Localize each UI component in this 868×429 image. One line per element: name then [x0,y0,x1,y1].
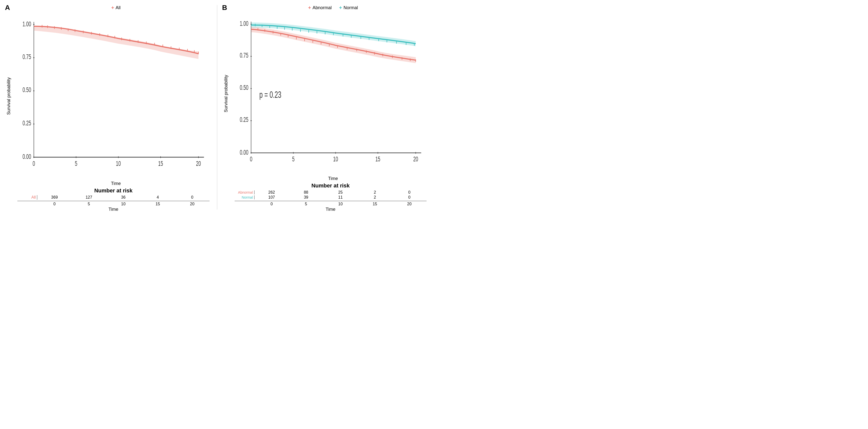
risk-x-cell-a-1: 5 [72,202,106,206]
svg-text:0.50: 0.50 [23,86,31,94]
panel-b-legend: + Abnormal + Normal [220,5,432,11]
risk-x-cell-b-0: 0 [254,202,289,206]
panel-b-y-axis-label: Survival probability [223,75,229,112]
panel-a-y-axis-label: Survival probability [6,77,11,115]
svg-text:5: 5 [292,155,294,163]
legend-item-normal: + Normal [339,5,358,11]
svg-text:15: 15 [158,160,163,167]
legend-cross-all: + [111,5,114,11]
panel-b-risk-table: Number at risk Abnormal 262 88 25 2 0 No… [235,182,427,212]
risk-x-cell-b-4: 20 [392,202,427,206]
risk-cell-ab-1: 88 [289,190,323,195]
risk-cell-ab-0: 262 [254,190,289,195]
risk-values-normal: 107 39 11 2 0 [254,195,427,200]
panel-b-svg: 0.00 0.25 0.50 0.75 1.00 0 [235,13,427,174]
panel-b: B + Abnormal + Normal Survival probabili… [217,0,434,214]
risk-row-abnormal: Abnormal 262 88 25 2 0 [235,190,427,195]
svg-text:0.00: 0.00 [23,153,31,160]
panel-b-risk-title: Number at risk [235,182,427,189]
panel-a-label: A [5,4,10,12]
svg-text:0.00: 0.00 [240,149,248,156]
risk-cell-ab-3: 2 [358,190,392,195]
panel-b-chart: 0.00 0.25 0.50 0.75 1.00 0 [235,13,427,174]
panel-b-x-axis-label: Time [235,176,432,181]
panel-b-label: B [222,4,227,12]
svg-text:5: 5 [75,160,78,167]
svg-text:0: 0 [250,155,252,163]
risk-x-labels-a: 0 5 10 15 20 [37,202,210,206]
risk-x-cell-a-2: 10 [106,202,141,206]
risk-label-all: All [18,195,37,200]
risk-x-cell-b-2: 10 [323,202,358,206]
legend-cross-abnormal: + [308,5,311,11]
legend-label-all: All [116,5,121,10]
risk-cell-n-4: 0 [392,195,427,200]
panel-a-risk-table: Number at risk All 369 127 36 4 0 0 5 10 [18,187,210,212]
svg-text:1.00: 1.00 [23,20,31,28]
risk-x-labels-b: 0 5 10 15 20 [254,202,427,206]
risk-cell-all-3: 4 [141,195,175,200]
risk-cell-n-2: 11 [323,195,358,200]
legend-item-all: + All [111,5,121,11]
legend-label-abnormal: Abnormal [313,5,332,10]
svg-text:0: 0 [33,160,35,167]
legend-label-normal: Normal [343,5,358,10]
panel-a-risk-title: Number at risk [18,187,210,194]
panel-a-chart: 0.00 0.25 0.50 0.75 1.00 0 [18,13,210,179]
risk-x-cell-a-4: 20 [175,202,210,206]
risk-values-all: 369 127 36 4 0 [37,195,210,200]
panel-a-risk-x-label: Time [18,207,210,212]
legend-cross-normal: + [339,5,342,11]
risk-row-normal: Normal 107 39 11 2 0 [235,195,427,200]
panel-b-risk-x-label: Time [235,207,427,212]
svg-text:10: 10 [116,160,121,167]
svg-text:20: 20 [196,160,201,167]
legend-item-abnormal: + Abnormal [308,5,332,11]
risk-cell-all-2: 36 [106,195,141,200]
svg-text:0.50: 0.50 [240,84,248,91]
risk-label-abnormal: Abnormal [235,190,254,194]
panel-a-x-axis-label: Time [18,181,215,186]
risk-cell-ab-4: 0 [392,190,427,195]
svg-text:0.75: 0.75 [240,51,248,59]
risk-row-all: All 369 127 36 4 0 [18,195,210,200]
risk-cell-all-1: 127 [72,195,106,200]
svg-text:20: 20 [413,155,418,163]
risk-cell-n-1: 39 [289,195,323,200]
risk-label-normal: Normal [235,195,254,200]
svg-text:0.25: 0.25 [23,119,31,127]
panel-a-legend: + All [2,5,215,11]
risk-x-cell-b-3: 15 [358,202,392,206]
risk-cell-n-3: 2 [358,195,392,200]
svg-text:1.00: 1.00 [240,20,248,27]
p-value-text: p = 0.23 [259,89,281,100]
risk-x-cell-a-0: 0 [37,202,72,206]
risk-cell-n-0: 107 [254,195,289,200]
svg-text:15: 15 [375,155,380,163]
risk-cell-all-0: 369 [37,195,72,200]
risk-x-axis-a: 0 5 10 15 20 [18,202,210,206]
svg-text:0.75: 0.75 [23,53,31,60]
risk-values-abnormal: 262 88 25 2 0 [254,190,427,195]
panel-a-svg: 0.00 0.25 0.50 0.75 1.00 0 [18,13,210,179]
svg-text:0.25: 0.25 [240,116,248,123]
risk-x-axis-b: 0 5 10 15 20 [235,202,427,206]
risk-cell-all-4: 0 [175,195,210,200]
panel-a: A + All Survival probability 0.00 [0,0,217,214]
risk-x-cell-b-1: 5 [289,202,323,206]
risk-cell-ab-2: 25 [323,190,358,195]
risk-x-cell-a-3: 15 [141,202,175,206]
svg-text:10: 10 [333,155,338,163]
